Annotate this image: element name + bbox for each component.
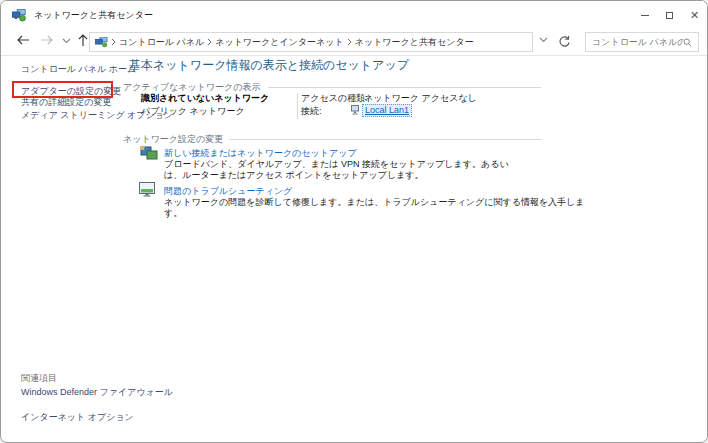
- task-new-connection-description: ブロードバンド、ダイヤルアップ、または VPN 接続をセットアップします。あるい…: [164, 159, 509, 181]
- section-divider: [230, 139, 541, 140]
- task-troubleshoot-description: ネットワークの問題を診断して修復します。または、トラブルシューティングに関する情…: [164, 197, 594, 219]
- maximize-button[interactable]: [657, 1, 682, 29]
- new-connection-icon: [139, 145, 158, 161]
- network-type: パブリック ネットワーク: [141, 105, 245, 118]
- recent-pages-dropdown[interactable]: [62, 38, 71, 44]
- minimize-icon: [641, 15, 649, 16]
- sidebar-item-change-adapter-settings[interactable]: アダプターの設定の変更: [21, 85, 121, 98]
- connection-label: 接続:: [301, 105, 322, 118]
- window-title: ネットワークと共有センター: [34, 9, 153, 22]
- control-panel-icon: [95, 37, 108, 48]
- breadcrumb-separator-icon: [111, 38, 116, 46]
- breadcrumb[interactable]: コントロール パネル ネットワークとインターネット ネットワークと共有センター: [89, 32, 533, 52]
- breadcrumb-separator-icon: [347, 38, 352, 46]
- close-button[interactable]: ✕: [682, 1, 707, 29]
- related-items-header: 関連項目: [21, 372, 57, 385]
- sidebar-item-control-panel-home[interactable]: コントロール パネル ホーム: [21, 63, 136, 76]
- page-title: 基本ネットワーク情報の表示と接続のセットアップ: [129, 57, 409, 74]
- ethernet-icon: [350, 105, 360, 115]
- sidebar-item-internet-options[interactable]: インターネット オプション: [21, 411, 134, 424]
- refresh-icon[interactable]: [558, 35, 571, 48]
- back-button[interactable]: [16, 34, 30, 46]
- access-type-label: アクセスの種類:: [301, 92, 368, 105]
- breadcrumb-network-sharing-center[interactable]: ネットワークと共有センター: [355, 36, 474, 49]
- change-settings-section-header: ネットワーク設定の変更: [123, 133, 541, 146]
- minimize-button[interactable]: [632, 1, 657, 29]
- troubleshoot-icon: [139, 182, 157, 197]
- search-placeholder: コントロール パネルの検索: [592, 36, 683, 49]
- window-controls: ✕: [632, 1, 707, 29]
- column-divider: [297, 93, 298, 119]
- connection-link[interactable]: Local Lan1: [362, 104, 412, 117]
- address-dropdown[interactable]: [539, 37, 548, 43]
- breadcrumb-separator-icon: [207, 38, 212, 46]
- up-button[interactable]: [77, 34, 89, 47]
- close-icon: ✕: [690, 10, 699, 21]
- network-name: 識別されていないネットワーク: [141, 92, 269, 105]
- maximize-icon: [666, 12, 673, 19]
- titlebar: ネットワークと共有センター ✕: [1, 1, 707, 29]
- breadcrumb-network-internet[interactable]: ネットワークとインターネット: [215, 36, 344, 49]
- network-sharing-center-window: ネットワークと共有センター ✕ コントロール パネル ネットワークとイン: [0, 0, 708, 443]
- breadcrumb-control-panel[interactable]: コントロール パネル: [119, 36, 204, 49]
- network-icon: [12, 9, 26, 22]
- forward-button[interactable]: [40, 34, 54, 46]
- section-divider: [268, 87, 541, 88]
- sidebar-item-windows-defender-firewall[interactable]: Windows Defender ファイアウォール: [21, 387, 173, 398]
- search-input[interactable]: コントロール パネルの検索: [585, 32, 699, 52]
- search-icon: [683, 37, 692, 48]
